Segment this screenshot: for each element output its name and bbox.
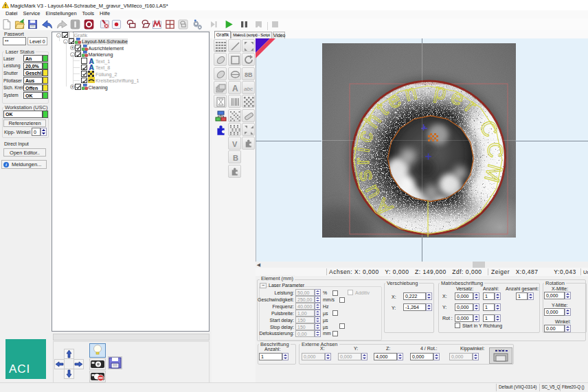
svg-text:abc: abc: [244, 86, 253, 92]
svg-text:V: V: [232, 140, 238, 148]
svg-text:A: A: [232, 84, 238, 93]
svg-text:X Y Z 4: X Y Z 4: [495, 349, 505, 352]
svg-text:B: B: [233, 154, 238, 162]
svg-text:8B: 8B: [245, 71, 253, 78]
